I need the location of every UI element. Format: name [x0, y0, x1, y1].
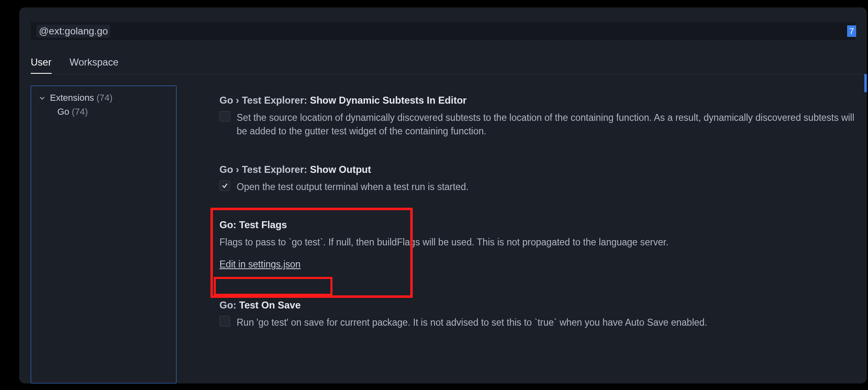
- annotation-highlight-inner: [214, 277, 332, 296]
- setting-name: Show Output: [310, 164, 371, 175]
- search-results-badge: 7: [847, 25, 856, 37]
- setting-path: Go › Test Explorer:: [219, 95, 307, 106]
- tree-item-extensions[interactable]: Extensions (74): [31, 91, 176, 105]
- setting-title: Go › Test Explorer: Show Dynamic Subtest…: [219, 95, 867, 106]
- tree-item-go-count: (74): [72, 107, 88, 117]
- checkbox-show-output[interactable]: [219, 180, 230, 191]
- setting-test-on-save: Go: Test On Save Run 'go test' on save f…: [219, 299, 867, 329]
- setting-desc: Open the test output terminal when a tes…: [237, 180, 468, 194]
- settings-tree-sidebar: Extensions (74) Go (74): [31, 86, 176, 383]
- tab-user[interactable]: User: [31, 52, 52, 74]
- edit-in-settings-json-link[interactable]: Edit in settings.json: [219, 259, 301, 270]
- setting-name: Test On Save: [239, 299, 301, 311]
- tab-workspace[interactable]: Workspace: [70, 52, 119, 74]
- settings-scope-tabs: User Workspace: [31, 52, 867, 74]
- checkbox-test-on-save[interactable]: [219, 316, 230, 327]
- setting-show-output: Go › Test Explorer: Show Output Open the…: [219, 164, 867, 194]
- tree-item-go-label: Go: [57, 107, 69, 117]
- setting-name: Test Flags: [239, 219, 287, 230]
- setting-show-dynamic-subtests: Go › Test Explorer: Show Dynamic Subtest…: [219, 95, 867, 138]
- settings-search-bar[interactable]: @ext:golang.go 7: [31, 22, 855, 40]
- settings-content: Go › Test Explorer: Show Dynamic Subtest…: [176, 74, 867, 383]
- setting-title: Go › Test Explorer: Show Output: [219, 164, 867, 175]
- setting-name: Show Dynamic Subtests In Editor: [310, 95, 467, 106]
- settings-search-query: @ext:golang.go: [36, 25, 110, 38]
- tree-item-go[interactable]: Go (74): [31, 105, 176, 119]
- chevron-down-icon: [38, 94, 46, 102]
- settings-body: Extensions (74) Go (74) Go › Test Explor…: [19, 74, 867, 383]
- setting-path: Go › Test Explorer:: [219, 164, 307, 175]
- setting-title: Go: Test On Save: [219, 299, 867, 311]
- setting-path: Go:: [219, 299, 236, 311]
- setting-title: Go: Test Flags: [219, 219, 867, 231]
- checkbox-show-dynamic-subtests[interactable]: [219, 111, 230, 122]
- setting-desc: Flags to pass to `go test`. If null, the…: [219, 236, 858, 249]
- setting-path: Go:: [219, 219, 236, 230]
- setting-desc: Run 'go test' on save for current packag…: [237, 316, 707, 329]
- setting-test-flags: Go: Test Flags Flags to pass to `go test…: [219, 219, 867, 270]
- setting-desc: Set the source location of dynamically d…: [237, 111, 867, 138]
- tree-item-extensions-count: (74): [97, 93, 113, 103]
- tree-item-extensions-label: Extensions: [50, 93, 94, 103]
- settings-window: @ext:golang.go 7 User Workspace Extensio…: [19, 7, 867, 383]
- tabs-right-accent: [864, 74, 867, 92]
- modified-indicator: [210, 218, 212, 251]
